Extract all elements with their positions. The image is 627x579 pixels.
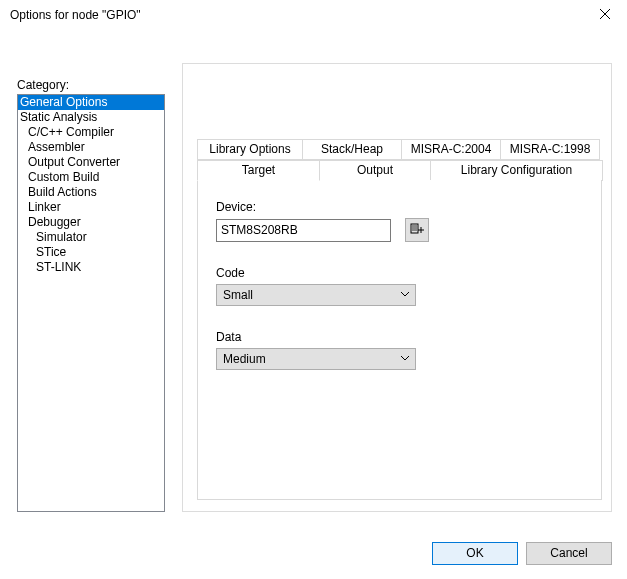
category-item[interactable]: ST-LINK: [18, 260, 164, 275]
data-combo[interactable]: Medium: [216, 348, 416, 370]
device-browse-icon: [410, 222, 424, 239]
dialog-content: Category: General OptionsStatic Analysis…: [0, 30, 627, 579]
category-item[interactable]: Build Actions: [18, 185, 164, 200]
category-label: Category:: [17, 78, 69, 92]
category-list[interactable]: General OptionsStatic AnalysisC/C++ Comp…: [17, 94, 165, 512]
tab-misra-1998[interactable]: MISRA-C:1998: [500, 139, 600, 160]
chevron-down-icon: [401, 292, 409, 298]
category-item[interactable]: General Options: [18, 95, 164, 110]
chevron-down-icon: [401, 356, 409, 362]
svg-rect-2: [411, 224, 418, 233]
device-browse-button[interactable]: [405, 218, 429, 242]
category-item[interactable]: C/C++ Compiler: [18, 125, 164, 140]
code-value: Small: [223, 288, 253, 302]
device-input[interactable]: [216, 219, 391, 242]
category-item[interactable]: Debugger: [18, 215, 164, 230]
device-label: Device:: [216, 200, 583, 214]
code-label: Code: [216, 266, 583, 280]
window-title: Options for node "GPIO": [10, 8, 582, 22]
tab-row-front: Target Output Library Configuration: [197, 160, 602, 181]
options-dialog: Options for node "GPIO" Category: Genera…: [0, 0, 627, 579]
data-label: Data: [216, 330, 583, 344]
dialog-buttons: OK Cancel: [424, 542, 612, 565]
category-item[interactable]: STice: [18, 245, 164, 260]
tabs: Library Options Stack/Heap MISRA-C:2004 …: [197, 139, 602, 500]
tab-target[interactable]: Target: [197, 160, 320, 181]
category-item[interactable]: Simulator: [18, 230, 164, 245]
close-button[interactable]: [582, 0, 627, 30]
tab-stack-heap[interactable]: Stack/Heap: [302, 139, 402, 160]
tab-misra-2004[interactable]: MISRA-C:2004: [401, 139, 501, 160]
tab-body-target: Device:: [197, 180, 602, 500]
category-item[interactable]: Output Converter: [18, 155, 164, 170]
data-value: Medium: [223, 352, 266, 366]
category-item[interactable]: Assembler: [18, 140, 164, 155]
close-icon: [600, 8, 610, 22]
tab-output[interactable]: Output: [319, 160, 431, 181]
code-combo[interactable]: Small: [216, 284, 416, 306]
cancel-button[interactable]: Cancel: [526, 542, 612, 565]
device-row: [216, 218, 583, 242]
right-panel: Library Options Stack/Heap MISRA-C:2004 …: [182, 63, 612, 512]
ok-button[interactable]: OK: [432, 542, 518, 565]
category-item[interactable]: Linker: [18, 200, 164, 215]
tab-library-configuration[interactable]: Library Configuration: [430, 160, 603, 181]
category-item[interactable]: Custom Build: [18, 170, 164, 185]
category-item[interactable]: Static Analysis: [18, 110, 164, 125]
tab-row-back: Library Options Stack/Heap MISRA-C:2004 …: [197, 139, 602, 160]
tab-library-options[interactable]: Library Options: [197, 139, 303, 160]
titlebar: Options for node "GPIO": [0, 0, 627, 30]
